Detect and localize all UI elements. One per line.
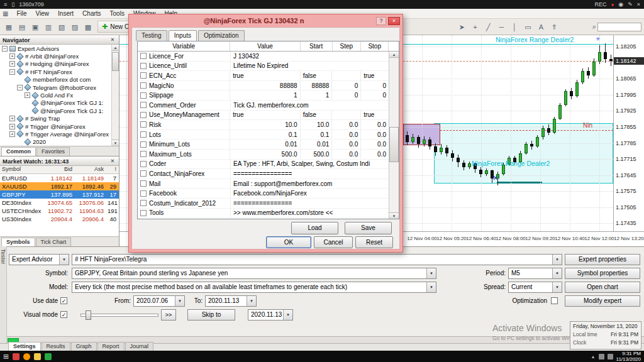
param-row[interactable]: Costum_Indicator_2012================	[138, 199, 389, 209]
close-button[interactable]: ×	[388, 17, 400, 25]
chevron-down-icon[interactable]: ▼	[283, 310, 292, 320]
value-cell[interactable]: J 130432	[231, 52, 389, 61]
volume-icon[interactable]	[608, 354, 613, 359]
step-cell[interactable]: 0.0	[332, 140, 361, 149]
value-cell[interactable]: Tick GJ. memberforex.com	[231, 101, 389, 110]
load-button[interactable]: Load	[291, 222, 338, 234]
start-cell[interactable]: 0.01	[301, 140, 333, 149]
market-row[interactable]: US30Index20904.420906.440	[0, 215, 119, 223]
camera-icon[interactable]: ◉	[618, 1, 623, 8]
dialog-tab-testing[interactable]: Testing	[136, 30, 167, 41]
start-cell[interactable]: 500.0	[301, 150, 333, 159]
optimize-checkbox[interactable]	[140, 210, 147, 216]
collapse-icon[interactable]: −	[17, 85, 23, 90]
use-date-checkbox[interactable]: ✓	[60, 297, 67, 304]
start-cell[interactable]: false	[301, 111, 333, 120]
vline-icon[interactable]: │	[508, 21, 521, 33]
value-cell[interactable]: 1	[230, 90, 300, 100]
menu-file[interactable]: File	[12, 9, 31, 18]
expert-path-select[interactable]: # HFT NinjaForex\Telegra ▼	[72, 254, 562, 265]
save-button[interactable]: Save	[345, 222, 392, 234]
symbol-properties-button[interactable]: Symbol properties	[565, 268, 640, 279]
chevron-down-icon[interactable]: ▼	[552, 282, 562, 292]
chevron-down-icon[interactable]: ▼	[247, 296, 256, 306]
chevron-down-icon[interactable]: ▼	[552, 255, 562, 265]
tray-expand-icon[interactable]: ▲	[591, 354, 596, 359]
reset-button[interactable]: Reset	[355, 236, 393, 248]
param-row[interactable]: Comment_OrderTick GJ. memberforex.com	[138, 101, 389, 111]
param-row[interactable]: MailEmail : support@memberforex.com	[138, 179, 389, 189]
price-scale[interactable]: 1.182051.181421.180651.179951.179251.178…	[613, 35, 644, 231]
cancel-button[interactable]: Cancel	[314, 236, 353, 248]
skip-to-button[interactable]: Skip to	[187, 309, 235, 321]
model-select[interactable]: Every tick (the most precise method base…	[72, 282, 436, 293]
scroll-up-icon[interactable]: ▲	[389, 52, 399, 58]
browser-icon[interactable]	[23, 353, 30, 360]
start-button-icon[interactable]: ⊞	[3, 353, 9, 361]
stop-cell[interactable]: true	[361, 111, 389, 120]
tab-graph[interactable]: Graph	[71, 342, 97, 351]
symbol-select[interactable]: GBPJPY, Great Britain pound sterling vs …	[72, 268, 436, 279]
window-cascade-icon[interactable]: ▣	[29, 21, 42, 33]
tester-panel-caption[interactable]: Tester	[0, 246, 7, 351]
stop-cell[interactable]: true	[361, 71, 389, 80]
stop-cell[interactable]: 0	[361, 90, 389, 100]
skip-date-select[interactable]: 2020.11.13 ▼	[248, 309, 293, 321]
expert-properties-button[interactable]: Expert properties	[565, 254, 640, 265]
param-row[interactable]: Slippage1100	[138, 90, 389, 101]
param-row[interactable]: ECN_Acctruefalsetrue	[138, 71, 389, 81]
step-cell[interactable]: 0.0	[332, 130, 361, 140]
step-cell[interactable]	[332, 71, 361, 80]
menu-icon[interactable]: ≡	[4, 1, 7, 8]
param-row[interactable]: Contact_NinjaForex================	[138, 169, 389, 179]
period-select[interactable]: M5 ▼	[508, 268, 562, 279]
param-row[interactable]: Tools>> www.memberforex.com/store <<	[138, 209, 389, 219]
ok-button[interactable]: OK	[266, 236, 311, 248]
param-row[interactable]: FacebookFacebook.com/NinjaForex	[138, 189, 389, 199]
market-watch-icon[interactable]: ▥	[42, 21, 55, 33]
step-cell[interactable]: 0	[332, 90, 361, 100]
visual-mode-checkbox[interactable]: ✓	[60, 311, 67, 318]
scroll-thumb[interactable]	[389, 127, 399, 162]
nav-item[interactable]: +# Swing Trap	[0, 115, 111, 123]
stop-cell[interactable]: 0	[361, 81, 389, 90]
chevron-down-icon[interactable]: ▼	[552, 268, 562, 278]
optimize-checkbox[interactable]	[140, 112, 147, 118]
record-icon[interactable]: ●	[611, 2, 614, 8]
tab-symbols[interactable]: Symbols	[1, 238, 35, 246]
dialog-title-bar[interactable]: @NinjaForex Tick GJ 130432 n ? ×	[129, 14, 402, 27]
tab-journal[interactable]: Journal	[125, 342, 154, 351]
param-row[interactable]: Risk10.010.00.00.0	[138, 120, 389, 130]
market-row[interactable]: DE30Index13074.6513076.06141	[0, 199, 119, 207]
optimize-checkbox[interactable]	[140, 121, 147, 128]
nav-item[interactable]: +# Arbit @NinjaForex	[0, 52, 111, 60]
value-cell[interactable]: 10.0	[230, 120, 300, 129]
expand-icon[interactable]: +	[9, 116, 15, 121]
market-row[interactable]: GBPJPY137.895137.91217	[0, 190, 119, 199]
optimize-checkbox[interactable]	[140, 200, 147, 206]
rect-icon[interactable]: ▭	[521, 21, 534, 33]
param-row[interactable]: CoderEA Type : HFT, Arbi, Scalper, Swing…	[138, 160, 389, 170]
recorder-app-icon[interactable]	[13, 353, 19, 360]
step-cell[interactable]: 0.0	[332, 120, 361, 129]
chevron-down-icon[interactable]: ▼	[426, 268, 436, 278]
stop-cell[interactable]: 0.0	[361, 130, 389, 140]
stop-cell[interactable]: 0.0	[361, 120, 389, 129]
terminal-icon[interactable]: ▩	[82, 21, 94, 33]
optimize-checkbox[interactable]	[140, 151, 147, 157]
cursor-icon[interactable]: ➤	[455, 21, 468, 33]
start-cell[interactable]: 88888	[301, 81, 333, 90]
dialog-tab-optimization[interactable]: Optimization	[198, 30, 245, 41]
param-row[interactable]: Lots0.10.10.00.0	[138, 130, 389, 140]
search-input[interactable]	[597, 23, 641, 31]
start-cell[interactable]: 10.0	[301, 120, 333, 129]
tab-settings[interactable]: Settings	[8, 342, 41, 351]
nav-item[interactable]: +# Hedging @NinjaForex	[0, 60, 111, 68]
stop-cell[interactable]: 0.0	[361, 140, 389, 149]
dialog-tab-inputs[interactable]: Inputs	[169, 30, 197, 41]
value-cell[interactable]: true	[230, 111, 300, 120]
pencil-icon[interactable]: ✎	[628, 1, 633, 8]
nav-item[interactable]: +# Trigger @NinjaForex	[0, 123, 111, 130]
to-date-select[interactable]: 2020.11.13 ▼	[205, 295, 257, 307]
inputs-scrollbar[interactable]: ▲ ▼	[389, 52, 399, 219]
